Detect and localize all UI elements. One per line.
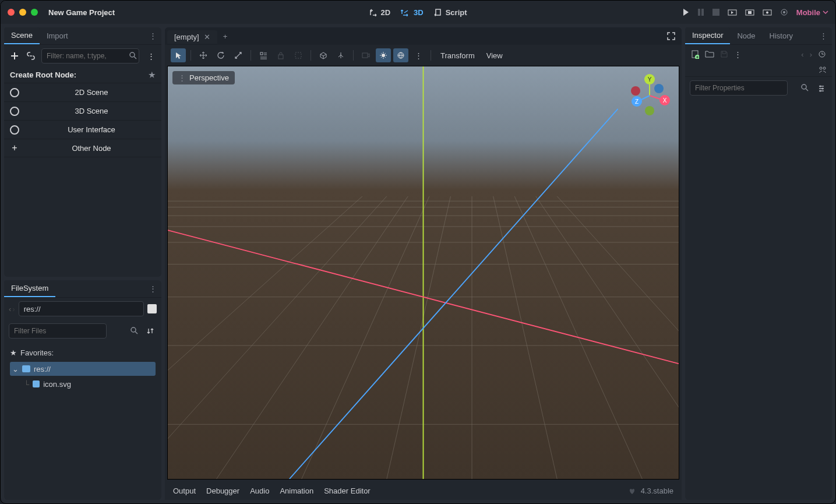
fs-path-row: ‹ › res://	[4, 298, 161, 320]
create-root-header: Create Root Node: ★	[4, 67, 161, 83]
tab-history[interactable]: History	[763, 28, 800, 44]
svg-text:Z: Z	[635, 98, 639, 105]
svg-line-22	[387, 196, 451, 479]
bottom-animation[interactable]: Animation	[280, 487, 313, 495]
scene-filter-input[interactable]	[41, 48, 139, 64]
history-fwd-icon[interactable]: ›	[810, 50, 812, 59]
inspector-dock-menu-icon[interactable]: ⋮	[815, 29, 832, 43]
bottom-output[interactable]: Output	[173, 487, 196, 495]
svg-point-55	[820, 86, 821, 87]
orientation-gizmo[interactable]: Y X Z	[626, 72, 673, 119]
fs-favorites[interactable]: ★Favorites:	[10, 346, 156, 360]
snap-list-icon[interactable]	[256, 48, 271, 62]
inspector-more-icon[interactable]: ⋮	[734, 50, 742, 59]
root-other[interactable]: +Other Node	[4, 139, 161, 157]
history-back-icon[interactable]: ‹	[801, 50, 803, 59]
fs-file-icon-svg[interactable]: └ icon.svg	[10, 377, 156, 391]
fs-dock-menu-icon[interactable]: ⋮	[144, 282, 161, 295]
inspector-filter-input[interactable]	[690, 80, 788, 96]
fs-root-folder[interactable]: ⌄ res://	[10, 362, 156, 376]
lock-icon[interactable]	[273, 48, 288, 62]
distraction-free-icon[interactable]	[661, 29, 682, 43]
svg-point-52	[820, 67, 822, 69]
bottom-shader[interactable]: Shader Editor	[324, 487, 371, 495]
fs-path-input[interactable]: res://	[19, 301, 144, 316]
pause-icon[interactable]	[697, 8, 704, 16]
bottom-audio[interactable]: Audio	[250, 487, 269, 495]
mode-script[interactable]: Script	[434, 8, 467, 17]
inspector-doc-row	[685, 64, 832, 76]
group-icon[interactable]	[291, 48, 306, 62]
minimize-window-icon[interactable]	[19, 9, 26, 16]
root-2d-scene[interactable]: 2D Scene	[4, 83, 161, 101]
history-list-icon[interactable]	[818, 50, 826, 58]
rotate-tool-icon[interactable]	[213, 48, 228, 62]
close-window-icon[interactable]	[8, 9, 15, 16]
link-scene-icon[interactable]	[25, 50, 37, 62]
camera-icon[interactable]	[358, 48, 373, 62]
svg-point-53	[823, 67, 826, 69]
favorite-star-icon[interactable]: ★	[149, 71, 156, 79]
close-tab-icon[interactable]: ✕	[204, 33, 210, 41]
scene-tab-empty[interactable]: [empty] ✕	[167, 30, 217, 44]
mode-3d-label: 3D	[414, 8, 424, 17]
fs-view-mode-icon[interactable]	[147, 304, 157, 313]
open-docs-icon[interactable]	[818, 66, 827, 74]
new-resource-icon[interactable]	[691, 50, 699, 59]
view-menu[interactable]: View	[482, 51, 507, 60]
toolbar-more-icon[interactable]: ⋮	[411, 48, 426, 62]
sun-icon[interactable]	[376, 48, 391, 62]
cube-icon[interactable]	[316, 48, 331, 62]
play-custom-icon[interactable]	[745, 8, 754, 16]
perspective-button[interactable]: ⋮Perspective	[172, 71, 235, 84]
select-tool-icon[interactable]	[171, 48, 186, 62]
move-tool-icon[interactable]	[196, 48, 211, 62]
version-info[interactable]: 4.3.stable	[628, 487, 673, 495]
scene-dock: Scene Import ⋮ ⋮ Create Root Node: ★	[4, 27, 161, 277]
fs-back-icon[interactable]: ‹	[9, 305, 11, 313]
save-resource-icon[interactable]	[720, 50, 728, 58]
dock-menu-icon[interactable]: ⋮	[144, 29, 161, 43]
transform-menu[interactable]: Transform	[436, 51, 479, 60]
root-ui[interactable]: User Interface	[4, 120, 161, 139]
load-resource-icon[interactable]	[705, 50, 714, 58]
new-tab-icon[interactable]: +	[217, 30, 234, 43]
play-scene-icon[interactable]	[728, 8, 737, 16]
movie-icon[interactable]	[763, 8, 772, 16]
bottom-debugger[interactable]: Debugger	[206, 487, 239, 495]
svg-rect-0	[698, 9, 700, 16]
plus-icon: +	[10, 143, 19, 153]
stop-icon[interactable]	[712, 9, 719, 16]
fs-sort-icon[interactable]	[145, 325, 157, 337]
fs-filter-input[interactable]	[9, 323, 107, 339]
svg-point-16	[382, 54, 385, 57]
main-viewport-panel: [empty] ✕ +	[165, 27, 682, 500]
tab-inspector[interactable]: Inspector	[685, 27, 730, 44]
folder-icon	[22, 365, 30, 372]
add-node-icon[interactable]	[9, 50, 20, 62]
tab-import[interactable]: Import	[40, 28, 75, 44]
script-icon	[434, 8, 442, 16]
scale-tool-icon[interactable]	[231, 48, 246, 62]
workspace-switcher: 2D 3D Script	[369, 8, 467, 17]
root-3d-scene[interactable]: 3D Scene	[4, 101, 161, 120]
maximize-window-icon[interactable]	[31, 9, 38, 16]
svg-line-20	[217, 196, 408, 479]
scene-toolbar: ⋮	[4, 45, 161, 67]
scene-more-icon[interactable]: ⋮	[145, 50, 157, 62]
play-icon[interactable]	[682, 8, 689, 16]
tab-node[interactable]: Node	[730, 28, 762, 44]
fs-forward-icon[interactable]: ›	[12, 305, 15, 313]
renderer-dropdown[interactable]: Mobile	[796, 8, 828, 17]
mode-2d[interactable]: 2D	[369, 8, 390, 17]
mode-3d[interactable]: 3D	[401, 8, 424, 17]
environment-icon[interactable]	[393, 48, 408, 62]
local-space-icon[interactable]	[333, 48, 348, 62]
svg-rect-13	[278, 55, 283, 59]
tab-filesystem[interactable]: FileSystem	[4, 280, 55, 297]
render-icon[interactable]	[780, 8, 788, 16]
settings-icon[interactable]	[816, 82, 827, 94]
3d-viewport[interactable]: ⋮Perspective Y X Z	[167, 66, 679, 480]
svg-line-18	[168, 196, 362, 479]
tab-scene[interactable]: Scene	[4, 27, 40, 44]
